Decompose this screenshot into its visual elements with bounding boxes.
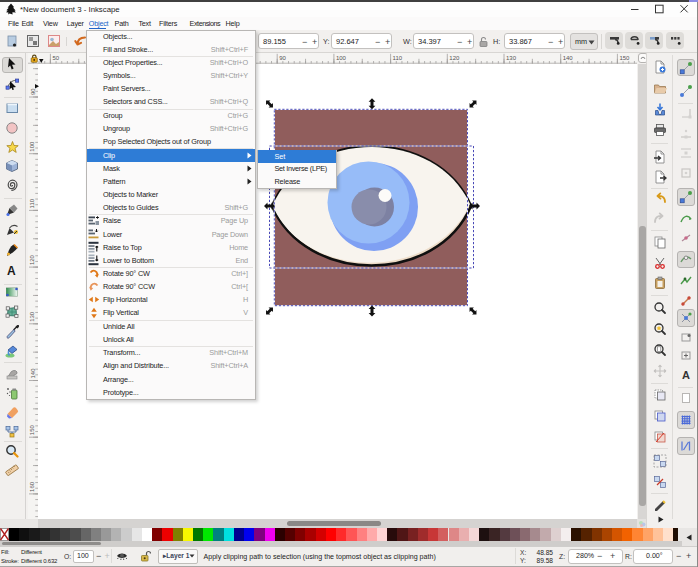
svg-text:110: 110 bbox=[30, 198, 36, 208]
svg-text:100: 100 bbox=[30, 141, 36, 152]
svg-text:110: 110 bbox=[393, 55, 403, 61]
svg-text:140: 140 bbox=[563, 55, 574, 61]
svg-text:140: 140 bbox=[30, 367, 36, 378]
svg-text:150: 150 bbox=[30, 424, 36, 435]
svg-text:50: 50 bbox=[52, 55, 59, 61]
svg-text:A: A bbox=[682, 369, 690, 381]
svg-text:120: 120 bbox=[449, 55, 460, 61]
svg-text:130: 130 bbox=[506, 55, 517, 61]
svg-text:130: 130 bbox=[30, 311, 36, 322]
svg-text:160: 160 bbox=[30, 481, 36, 492]
svg-text:100: 100 bbox=[336, 55, 347, 61]
svg-text:120: 120 bbox=[30, 254, 36, 265]
svg-text:150: 150 bbox=[619, 55, 630, 61]
svg-text:90: 90 bbox=[279, 55, 286, 61]
svg-text:A: A bbox=[7, 264, 16, 277]
